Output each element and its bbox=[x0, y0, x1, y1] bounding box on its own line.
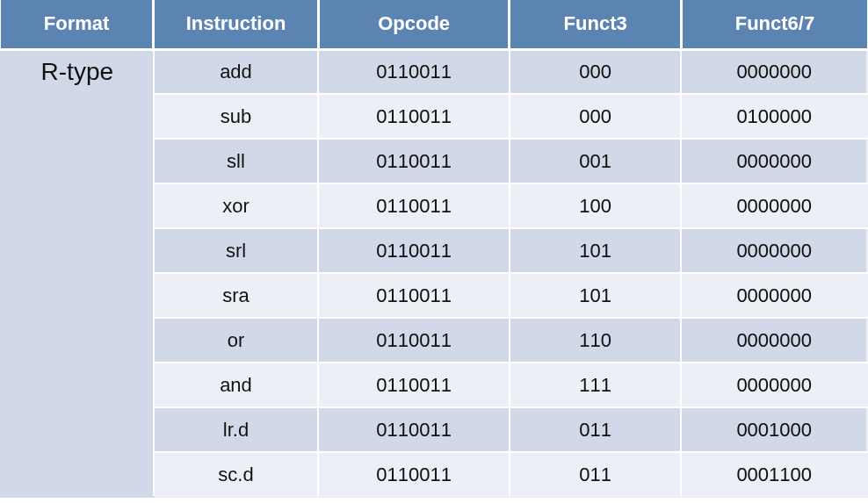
table-row: and 0110011 111 0000000 bbox=[1, 363, 867, 407]
cell-instruction: sub bbox=[154, 94, 319, 139]
cell-funct3: 110 bbox=[510, 318, 682, 363]
cell-funct67: 0100000 bbox=[681, 94, 867, 139]
cell-funct3: 011 bbox=[510, 452, 682, 497]
cell-funct67: 0000000 bbox=[681, 49, 867, 94]
cell-opcode: 0110011 bbox=[318, 183, 510, 228]
format-cell: R-type bbox=[1, 49, 154, 94]
table-row: xor 0110011 100 0000000 bbox=[1, 183, 867, 228]
cell-opcode: 0110011 bbox=[318, 49, 510, 94]
cell-instruction: srl bbox=[154, 228, 319, 273]
header-row: Format Instruction Opcode Funct3 Funct6/… bbox=[1, 0, 867, 49]
cell-opcode: 0110011 bbox=[318, 273, 510, 318]
col-header-instruction: Instruction bbox=[154, 0, 319, 49]
format-cell-continued bbox=[1, 363, 154, 407]
table-row: lr.d 0110011 011 0001000 bbox=[1, 407, 867, 452]
table-row: R-type add 0110011 000 0000000 bbox=[1, 49, 867, 94]
cell-funct3: 100 bbox=[510, 183, 682, 228]
format-cell-continued bbox=[1, 273, 154, 318]
table-row: sra 0110011 101 0000000 bbox=[1, 273, 867, 318]
cell-funct3: 000 bbox=[510, 49, 682, 94]
cell-funct67: 0000000 bbox=[681, 363, 867, 407]
cell-funct67: 0000000 bbox=[681, 183, 867, 228]
cell-funct67: 0000000 bbox=[681, 139, 867, 183]
table-row: sll 0110011 001 0000000 bbox=[1, 139, 867, 183]
cell-instruction: sc.d bbox=[154, 452, 319, 497]
cell-funct67: 0001000 bbox=[681, 407, 867, 452]
cell-funct67: 0001100 bbox=[681, 452, 867, 497]
cell-funct3: 101 bbox=[510, 273, 682, 318]
cell-opcode: 0110011 bbox=[318, 363, 510, 407]
format-cell-continued bbox=[1, 183, 154, 228]
table-row: sub 0110011 000 0100000 bbox=[1, 94, 867, 139]
cell-instruction: and bbox=[154, 363, 319, 407]
cell-funct3: 011 bbox=[510, 407, 682, 452]
cell-opcode: 0110011 bbox=[318, 228, 510, 273]
table-row: sc.d 0110011 011 0001100 bbox=[1, 452, 867, 497]
format-cell-continued bbox=[1, 407, 154, 452]
cell-opcode: 0110011 bbox=[318, 318, 510, 363]
cell-funct3: 101 bbox=[510, 228, 682, 273]
col-header-funct3: Funct3 bbox=[510, 0, 682, 49]
cell-opcode: 0110011 bbox=[318, 452, 510, 497]
cell-funct3: 001 bbox=[510, 139, 682, 183]
cell-opcode: 0110011 bbox=[318, 139, 510, 183]
format-cell-continued bbox=[1, 228, 154, 273]
col-header-format: Format bbox=[1, 0, 154, 49]
table-row: srl 0110011 101 0000000 bbox=[1, 228, 867, 273]
cell-instruction: sll bbox=[154, 139, 319, 183]
col-header-opcode: Opcode bbox=[318, 0, 510, 49]
cell-instruction: add bbox=[154, 49, 319, 94]
format-cell-continued bbox=[1, 318, 154, 363]
cell-funct67: 0000000 bbox=[681, 318, 867, 363]
cell-opcode: 0110011 bbox=[318, 407, 510, 452]
table-row: or 0110011 110 0000000 bbox=[1, 318, 867, 363]
cell-funct67: 0000000 bbox=[681, 273, 867, 318]
cell-instruction: or bbox=[154, 318, 319, 363]
cell-opcode: 0110011 bbox=[318, 94, 510, 139]
opcode-table: Format Instruction Opcode Funct3 Funct6/… bbox=[0, 0, 868, 498]
cell-funct67: 0000000 bbox=[681, 228, 867, 273]
format-cell-continued bbox=[1, 94, 154, 139]
cell-instruction: sra bbox=[154, 273, 319, 318]
cell-funct3: 000 bbox=[510, 94, 682, 139]
col-header-funct67: Funct6/7 bbox=[681, 0, 867, 49]
format-cell-continued bbox=[1, 139, 154, 183]
format-cell-continued bbox=[1, 452, 154, 497]
cell-instruction: xor bbox=[154, 183, 319, 228]
cell-funct3: 111 bbox=[510, 363, 682, 407]
cell-instruction: lr.d bbox=[154, 407, 319, 452]
